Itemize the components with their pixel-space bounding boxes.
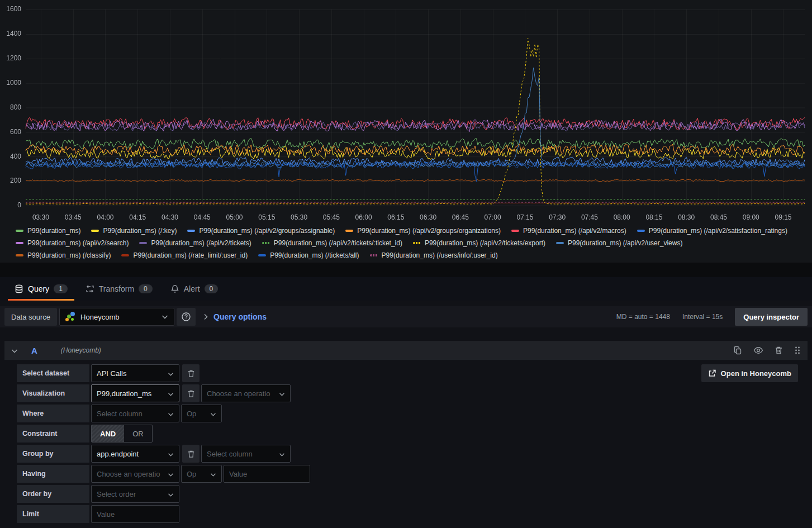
row-select-dataset: Select dataset API Calls <box>17 364 808 382</box>
group-by-value: app.endpoint <box>97 450 163 458</box>
constraint-and-option[interactable]: AND <box>92 425 124 442</box>
toggle-query-visibility-button[interactable] <box>753 346 763 354</box>
tab-alert[interactable]: Alert 0 <box>164 277 225 301</box>
query-options-label: Query options <box>213 312 267 321</box>
having-op-select[interactable]: Op <box>181 465 222 483</box>
legend-item-label: P99(duration_ms) (/api/v2/tickets) <box>151 239 251 247</box>
group-by-column-placeholder: Select column <box>207 450 274 458</box>
tab-query[interactable]: Query 1 <box>8 277 74 301</box>
datasource-help-button[interactable] <box>177 308 196 326</box>
order-by-select[interactable]: Select order <box>91 485 179 503</box>
legend-item-label: P99(duration_ms) (/:key) <box>103 227 177 235</box>
legend-item[interactable]: P99(duration_ms) (/users/info/:user_id) <box>370 251 498 259</box>
having-operator-placeholder: Choose an operatio <box>97 470 163 478</box>
legend-item-label: P99(duration_ms) (/api/v2/tickets/export… <box>425 239 545 247</box>
delete-query-button[interactable] <box>775 346 783 355</box>
visualization-select[interactable]: P99,duration_ms <box>91 384 179 402</box>
having-op-placeholder: Op <box>187 470 206 478</box>
legend-item[interactable]: P99(duration_ms) <box>16 227 80 235</box>
series-color-marker <box>16 254 23 256</box>
visualization-operator-placeholder: Choose an operatio <box>207 389 274 398</box>
query-ref-id[interactable]: A <box>31 346 37 355</box>
legend-item[interactable]: P99(duration_ms) (/api/v2/groups/organiz… <box>345 227 501 235</box>
series-color-marker <box>262 242 270 244</box>
external-link-icon <box>708 369 716 377</box>
legend-item-label: P99(duration_ms) (/classify) <box>27 251 111 259</box>
where-column-select[interactable]: Select column <box>91 405 179 422</box>
chevron-down-icon <box>162 315 168 319</box>
series-color-marker <box>91 230 99 232</box>
legend-item-label: P99(duration_ms) (/users/info/:user_id) <box>382 251 498 259</box>
where-column-placeholder: Select column <box>97 410 163 418</box>
having-label: Having <box>17 465 89 483</box>
collapse-chevron-icon[interactable] <box>11 345 18 355</box>
chevron-down-icon <box>168 489 174 499</box>
constraint-or-option[interactable]: OR <box>124 425 152 442</box>
remove-dataset-button[interactable] <box>182 364 200 382</box>
drag-handle[interactable] <box>794 346 801 355</box>
chevron-right-icon <box>203 313 208 320</box>
trash-icon <box>187 369 195 378</box>
select-dataset-label: Select dataset <box>17 364 89 382</box>
chevron-down-icon <box>168 449 174 459</box>
row-limit: Limit <box>17 505 808 523</box>
series-color-marker <box>16 230 23 232</box>
tab-transform-count: 0 <box>139 284 153 293</box>
legend-item-label: P99(duration_ms) (/tickets/all) <box>270 251 359 259</box>
dataset-select[interactable]: API Calls <box>91 364 179 382</box>
panel-splitter[interactable] <box>0 263 812 277</box>
trash-icon <box>775 346 783 355</box>
legend-row: P99(duration_ms) (/classify)P99(duration… <box>16 249 812 261</box>
timeseries-chart-canvas[interactable] <box>0 0 812 223</box>
visualization-select-value: P99,duration_ms <box>97 389 163 398</box>
legend-item-label: P99(duration_ms) (/api/v2/satisfaction_r… <box>649 227 787 235</box>
legend-item[interactable]: P99(duration_ms) (/api/v2/tickets/:ticke… <box>262 239 402 247</box>
legend-item[interactable]: P99(duration_ms) (/classify) <box>16 251 111 259</box>
limit-input[interactable] <box>91 505 179 523</box>
legend-item[interactable]: P99(duration_ms) (/api/v2/tickets) <box>139 239 251 247</box>
legend-item[interactable]: P99(duration_ms) (/rate_limit/:user_id) <box>121 251 248 259</box>
remove-group-by-button[interactable] <box>182 445 200 463</box>
visualization-label: Visualization <box>17 384 89 402</box>
remove-visualization-button[interactable] <box>182 384 200 402</box>
order-by-placeholder: Select order <box>97 490 163 498</box>
legend-item[interactable]: P99(duration_ms) (/api/v2/macros) <box>511 227 626 235</box>
visualization-operator-select[interactable]: Choose an operatio <box>201 384 291 402</box>
bell-icon <box>170 284 179 293</box>
legend-item[interactable]: P99(duration_ms) (/api/v2/search) <box>16 239 129 247</box>
group-by-add-column-select[interactable]: Select column <box>201 445 291 463</box>
legend-item-label: P99(duration_ms) (/rate_limit/:user_id) <box>133 251 248 259</box>
datasource-picker[interactable]: Honeycomb <box>59 308 174 326</box>
query-options-toggle[interactable]: Query options <box>203 312 267 321</box>
datasource-value: Honeycomb <box>80 313 156 321</box>
legend-item[interactable]: P99(duration_ms) (/tickets/all) <box>258 251 359 259</box>
query-editor: A (Honeycomb) Open in Honeycomb Select d… <box>4 341 808 528</box>
chevron-down-icon <box>210 408 216 418</box>
group-by-select[interactable]: app.endpoint <box>91 445 179 463</box>
series-color-marker <box>511 230 519 232</box>
chart-legend: P99(duration_ms)P99(duration_ms) (/:key)… <box>0 223 812 261</box>
having-value-input[interactable] <box>224 465 310 483</box>
series-color-marker <box>413 242 421 244</box>
datasource-label: Data source <box>4 308 57 326</box>
open-in-honeycomb-button[interactable]: Open in Honeycomb <box>701 364 798 382</box>
group-by-label: Group by <box>17 445 89 463</box>
duplicate-query-button[interactable] <box>733 346 742 355</box>
honeycomb-logo-icon <box>65 312 75 322</box>
timeseries-panel: P99(duration_ms)P99(duration_ms) (/:key)… <box>0 0 812 263</box>
legend-item[interactable]: P99(duration_ms) (/api/v2/user_views) <box>556 239 682 247</box>
where-op-select[interactable]: Op <box>181 405 222 422</box>
legend-item[interactable]: P99(duration_ms) (/:key) <box>91 227 177 235</box>
chevron-down-icon <box>168 388 174 398</box>
tab-alert-count: 0 <box>205 284 219 293</box>
tab-query-count: 1 <box>54 284 68 293</box>
tab-transform[interactable]: Transform 0 <box>79 277 159 301</box>
legend-item[interactable]: P99(duration_ms) (/api/v2/satisfaction_r… <box>637 227 787 235</box>
legend-item[interactable]: P99(duration_ms) (/api/v2/tickets/export… <box>413 239 545 247</box>
series-color-marker <box>187 230 195 232</box>
query-inspector-button[interactable]: Query inspector <box>735 308 808 326</box>
series-color-marker <box>637 230 645 232</box>
having-operator-select[interactable]: Choose an operatio <box>91 465 179 483</box>
legend-item[interactable]: P99(duration_ms) (/api/v2/groups/assigna… <box>187 227 335 235</box>
query-row-header[interactable]: A (Honeycomb) <box>4 341 808 360</box>
